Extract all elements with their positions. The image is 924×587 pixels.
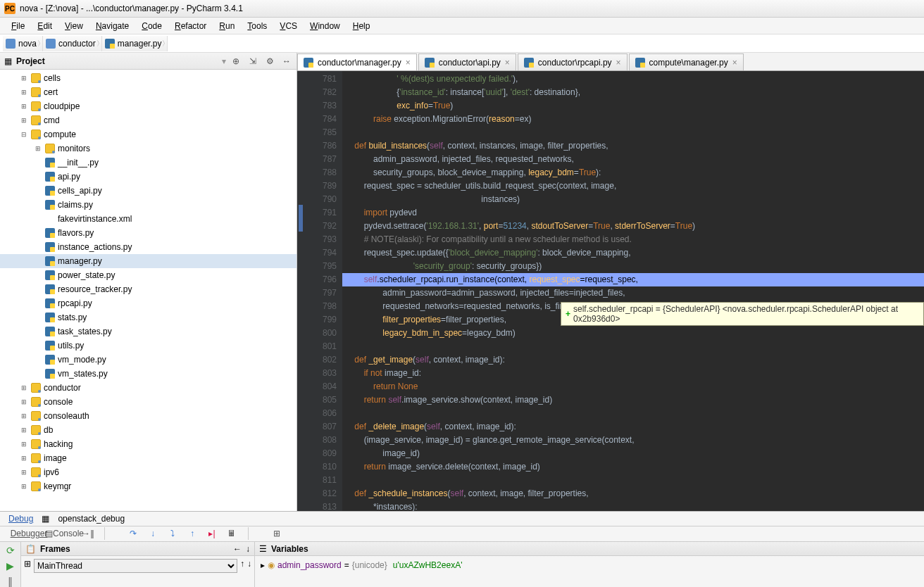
tree-item[interactable]: utils.py <box>0 339 296 353</box>
tree-expand-icon[interactable]: ⊞ <box>20 398 28 405</box>
menu-vcs[interactable]: VCS <box>274 20 303 32</box>
tree-item[interactable]: ⊟compute <box>0 127 296 141</box>
pause-icon[interactable]: ‖ <box>8 576 13 587</box>
tree-expand-icon[interactable]: ⊞ <box>20 89 28 96</box>
tree-item[interactable]: flavors.py <box>0 226 296 240</box>
menu-tools[interactable]: Tools <box>242 20 273 32</box>
evaluate-icon[interactable]: 🖩 <box>225 527 238 540</box>
tree-item[interactable]: instance_actions.py <box>0 240 296 254</box>
menu-view[interactable]: View <box>59 20 89 32</box>
close-tab-icon[interactable]: × <box>616 58 621 68</box>
tree-item[interactable]: ⊞consoleauth <box>0 409 296 423</box>
tree-item[interactable]: fakevirtinstance.xml <box>0 212 296 226</box>
code-editor[interactable]: 7817827837847857867877887897907917927937… <box>297 71 924 511</box>
step-out-icon[interactable]: ↑ <box>186 527 199 540</box>
console-dropdown-icon[interactable]: →‖ <box>82 527 94 540</box>
variable-row[interactable]: ▸ ◉ admin_password = {unicode} u'uxAZwHB… <box>261 559 918 572</box>
menu-run[interactable]: Run <box>213 20 240 32</box>
tree-item[interactable]: claims.py <box>0 198 296 212</box>
frames-next-icon[interactable]: ↓ <box>246 544 250 554</box>
tree-item[interactable]: ⊞hacking <box>0 437 296 451</box>
tree-expand-icon[interactable]: ⊞ <box>20 384 28 391</box>
tree-item[interactable]: task_states.py <box>0 324 296 339</box>
close-tab-icon[interactable]: × <box>732 58 737 68</box>
tree-expand-icon[interactable]: ⊞ <box>20 441 28 448</box>
debug-config-label[interactable]: openstack_debug <box>54 512 129 525</box>
tree-item[interactable]: ⊞conductor <box>0 381 296 395</box>
debugger-inner-tab[interactable]: Debugger <box>23 527 35 540</box>
tree-item[interactable]: ⊞ipv6 <box>0 465 296 479</box>
tree-item[interactable]: manager.py <box>0 254 296 268</box>
close-tab-icon[interactable]: × <box>505 58 510 68</box>
step-into-icon[interactable]: ↓ <box>146 527 159 540</box>
breadcrumb-item[interactable]: conductor <box>43 36 102 51</box>
debugger-toolbar: Debugger ▤ Console →‖ ↷ ↓ ⤵ ↑ ▸| 🖩 ⊞ <box>0 526 924 542</box>
tree-item[interactable]: resource_tracker.py <box>0 282 296 296</box>
editor-tab[interactable]: conductor\rpcapi.py× <box>518 53 628 70</box>
tree-item[interactable]: ⊞console <box>0 395 296 409</box>
step-into-my-icon[interactable]: ⤵ <box>166 527 179 540</box>
tree-item[interactable]: vm_mode.py <box>0 353 296 367</box>
tree-item[interactable]: __init__.py <box>0 156 296 170</box>
close-tab-icon[interactable]: × <box>406 58 411 68</box>
menu-file[interactable]: File <box>6 20 30 32</box>
locate-icon[interactable]: ⊕ <box>230 56 242 67</box>
tree-item[interactable]: ⊞image <box>0 451 296 465</box>
menu-refactor[interactable]: Refactor <box>169 20 212 32</box>
tree-expand-icon[interactable]: ⊞ <box>20 75 28 82</box>
none-icon <box>45 214 55 224</box>
code-content[interactable]: ' %(dest)s unexpectedly failed.'), {'ins… <box>342 71 924 511</box>
settings-icon[interactable]: ⊞ <box>270 527 283 540</box>
debug-tab[interactable]: Debug <box>4 512 37 525</box>
breadcrumb-item[interactable]: manager.py <box>102 36 168 51</box>
frame-down-icon[interactable]: ↓ <box>247 559 251 569</box>
project-dropdown-icon[interactable]: ▾ <box>222 56 226 66</box>
tree-item[interactable]: vm_states.py <box>0 367 296 381</box>
menu-navigate[interactable]: Navigate <box>90 20 135 32</box>
tree-expand-icon[interactable]: ⊞ <box>34 145 42 152</box>
menu-window[interactable]: Window <box>304 20 346 32</box>
tree-expand-icon[interactable]: ⊞ <box>20 117 28 124</box>
gear-icon[interactable]: ⚙ <box>264 56 275 67</box>
tree-expand-icon[interactable]: ⊞ <box>20 103 28 110</box>
tree-item[interactable]: power_state.py <box>0 268 296 282</box>
frames-title: Frames <box>40 544 70 554</box>
tree-expand-icon[interactable]: ⊟ <box>20 131 28 138</box>
var-expand-icon[interactable]: ▸ <box>261 560 265 570</box>
tree-expand-icon[interactable]: ⊞ <box>20 455 28 462</box>
tree-item[interactable]: ⊞monitors <box>0 141 296 156</box>
tree-item[interactable]: rpcapi.py <box>0 296 296 310</box>
tree-item[interactable]: ⊞cloudpipe <box>0 99 296 113</box>
tree-item[interactable]: ⊞cells <box>0 71 296 85</box>
tree-item[interactable]: ⊞cmd <box>0 113 296 127</box>
collapse-icon[interactable]: ⇲ <box>247 56 258 67</box>
editor-tab[interactable]: conductor\api.py× <box>418 53 516 70</box>
editor-tab[interactable]: conductor\manager.py× <box>297 53 417 70</box>
rerun-icon[interactable]: ⟳ <box>6 545 15 556</box>
breadcrumb-item[interactable]: nova <box>3 36 43 51</box>
console-inner-tab[interactable]: Console <box>62 527 75 540</box>
frame-up-icon[interactable]: ↑ <box>240 559 244 569</box>
tree-expand-icon[interactable]: ⊞ <box>20 469 28 476</box>
frames-prev-icon[interactable]: ← <box>233 544 242 554</box>
tree-item[interactable]: ⊞db <box>0 423 296 437</box>
thread-selector[interactable]: MainThread <box>34 559 237 573</box>
tree-expand-icon[interactable]: ⊞ <box>20 412 28 419</box>
tree-expand-icon[interactable]: ⊞ <box>20 427 28 434</box>
editor-tab[interactable]: compute\manager.py× <box>629 53 744 70</box>
menu-code[interactable]: Code <box>136 20 168 32</box>
hide-icon[interactable]: ↔ <box>281 56 292 67</box>
tree-expand-icon[interactable]: ⊞ <box>20 483 28 490</box>
tree-item[interactable]: ⊞keymgr <box>0 479 296 493</box>
project-tree[interactable]: ⊞cells⊞cert⊞cloudpipe⊞cmd⊟compute⊞monito… <box>0 70 296 511</box>
resume-icon[interactable]: ▶ <box>6 560 14 572</box>
tree-item[interactable]: stats.py <box>0 310 296 324</box>
tree-item[interactable]: api.py <box>0 170 296 184</box>
run-to-cursor-icon[interactable]: ▸| <box>206 527 218 540</box>
tree-item[interactable]: ⊞cert <box>0 85 296 99</box>
menu-edit[interactable]: Edit <box>32 20 58 32</box>
menu-help[interactable]: Help <box>347 20 376 32</box>
variables-panel: ☰ Variables ▸ ◉ admin_password = {unicod… <box>255 542 924 587</box>
tree-item[interactable]: cells_api.py <box>0 184 296 198</box>
step-over-icon[interactable]: ↷ <box>127 527 139 540</box>
